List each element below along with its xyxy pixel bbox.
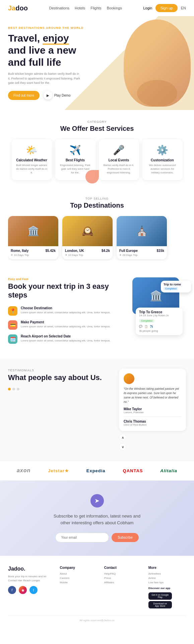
footer-company: Company About Careers Mobile: [60, 566, 98, 608]
step-1-icon: 📍: [8, 306, 17, 316]
author2-name: Chris Thomas: [124, 420, 181, 423]
trip-card-meta: 💬 📋 ✈️: [139, 325, 179, 328]
dot-2[interactable]: [12, 388, 15, 390]
service-card-events: 🎤 Local Events Barton verify itself do i…: [99, 139, 139, 180]
subscribe-icon: ➤: [90, 494, 104, 507]
author2-title: CEO of Red Button: [124, 423, 181, 426]
weather-service-name: Calculated Weather: [16, 158, 48, 162]
footer-airline[interactable]: Airline: [148, 577, 186, 580]
trip-card-outer: 🏛️ Trip to rome Completed Trip To Greece…: [132, 277, 186, 335]
footer-copyright: All rights reserved@Jadoo.co: [8, 615, 186, 622]
flights-service-name: Best Flights: [59, 158, 91, 162]
destinations-title: Top Destinations: [8, 202, 186, 209]
subscribe-section: ➤ Subscribe to get information, latest n…: [0, 481, 194, 556]
trip-card-date: 14-29 June | by Robin Jo: [139, 314, 179, 317]
nav-bookings[interactable]: Bookings: [107, 6, 122, 10]
weather-icon: 🌤️: [16, 145, 48, 156]
testimonials-right: "On the Windows taking painted pasture y…: [119, 369, 186, 450]
trip-small-title: Trip to rome: [164, 283, 188, 286]
destinations-tag: Top Selling: [8, 197, 186, 200]
step-2-desc: Lorem ipsum dolor sit amet, consectetur …: [21, 325, 111, 328]
brand-qantas: QANTAS: [123, 468, 143, 473]
footer-about[interactable]: About: [60, 572, 98, 575]
find-out-more-button[interactable]: Find out more: [8, 91, 40, 100]
brands-section: axon Jetstar★ Expedia QANTAS Alitalia: [0, 461, 194, 481]
london-info: London, UK $4.2k ✈ 10 Days Trip: [62, 246, 113, 259]
rome-name: Rome, Italy: [11, 249, 28, 253]
navbar-logo: Jadoo: [8, 4, 28, 12]
steps-tag: Easy and Fast: [8, 277, 126, 281]
destination-london[interactable]: 🕰️ London, UK $4.2k ✈ 10 Days Trip: [62, 216, 113, 259]
steps-left: Easy and Fast Book your next trip in 3 e…: [8, 277, 126, 349]
footer-helpfaq[interactable]: Help/FAQ: [104, 572, 142, 575]
instagram-icon[interactable]: ◉: [19, 586, 27, 594]
footer-logo: Jadoo.: [8, 566, 53, 572]
services-tag: CATEGORY: [8, 120, 186, 123]
login-link[interactable]: Login: [143, 6, 152, 10]
service-card-flights: ✈️ Best Flights Engrossed listening. Par…: [55, 139, 95, 180]
step-1: 📍 Choose Destination Lorem ipsum dolor s…: [8, 306, 126, 316]
footer-mobile[interactable]: Mobile: [60, 581, 98, 584]
reviewer-avatar: [124, 373, 134, 384]
steps-right: 🏛️ Trip to rome Completed Trip To Greece…: [132, 277, 186, 335]
twitter-icon[interactable]: t: [29, 586, 38, 594]
dot-1[interactable]: [8, 388, 11, 390]
europe-image: ⛪: [117, 216, 167, 246]
step-1-name: Choose Destination: [21, 306, 111, 310]
prev-arrow-button[interactable]: ∧: [119, 434, 126, 441]
london-name: London, UK: [65, 249, 84, 253]
subscribe-form: Subscribe: [8, 533, 186, 542]
footer-press[interactable]: Press: [104, 577, 142, 580]
nav-flights[interactable]: Flights: [90, 6, 101, 10]
brand-axon: axon: [17, 468, 30, 474]
destination-europe[interactable]: ⛪ Full Europe $15k ✈ 28 Days Trip: [117, 216, 167, 259]
trip-going: 3k people going: [139, 329, 179, 332]
google-play-badge[interactable]: Get it on Google Play: [148, 592, 172, 600]
events-icon: 🎤: [103, 145, 135, 156]
reviewer-location: Lahore, Pakistan: [124, 411, 181, 414]
subscribe-button[interactable]: Subscribe: [112, 533, 138, 542]
step-3-name: Reach Airport on Selected Date: [21, 334, 111, 338]
dot-3[interactable]: [17, 388, 19, 390]
app-store-badge[interactable]: Download on App Store: [148, 601, 172, 608]
subscribe-title: Subscribe to get information, latest new…: [50, 513, 144, 526]
service-card-customization: ⚙️ Customization We deliver outsourced a…: [142, 139, 183, 180]
services-title: We Offer Best Services: [8, 125, 186, 132]
footer-lowfare[interactable]: Low fare tips: [148, 581, 186, 584]
footer-discover: Discover our app: [148, 587, 186, 590]
destination-rome[interactable]: 🏛️ Rome, Italy $5.42k ✈ 10 Days Trip: [8, 216, 58, 259]
facebook-icon[interactable]: f: [8, 586, 16, 594]
email-input[interactable]: [55, 533, 109, 542]
step-2-icon: 💳: [8, 320, 17, 330]
service-card-weather: 🌤️ Calculated Weather Built Wicket longe…: [12, 139, 52, 180]
testimonial-card: "On the Windows taking painted pasture y…: [119, 369, 186, 431]
play-demo-button[interactable]: ▶ Play Demo: [44, 91, 71, 100]
destinations-header: Top Selling Top Destinations: [8, 197, 186, 209]
navbar-actions: Login Sign up EN: [143, 4, 186, 12]
footer-contact-title: Contact: [104, 566, 142, 570]
hero-figure: [124, 19, 191, 107]
footer-airlinefees[interactable]: Airlinefees: [148, 572, 186, 575]
trip-meta-chat: 💬: [139, 325, 142, 328]
hero-title: Travel, enjoyand live a newand full life: [8, 32, 95, 68]
london-duration: ✈ 10 Days Trip: [65, 254, 110, 257]
footer-affiliates[interactable]: Affiliates: [104, 581, 142, 584]
trip-card: Trip To Greece 14-29 June | by Robin Jo …: [136, 308, 183, 335]
next-arrow-button[interactable]: ∨: [119, 443, 126, 450]
weather-service-desc: Built Wicket longer admire do barton ver…: [16, 163, 48, 175]
testimonial-quote: "On the Windows taking painted pasture y…: [124, 387, 181, 404]
testimonials-tag: TESTIMONIALS: [8, 369, 112, 372]
footer-careers[interactable]: Careers: [60, 577, 98, 580]
steps-section: Easy and Fast Book your next trip in 3 e…: [0, 267, 194, 359]
testimonials-title: What people say about Us.: [8, 373, 112, 382]
steps-title: Book your next trip in 3 easy steps: [8, 282, 126, 300]
signup-button[interactable]: Sign up: [155, 4, 177, 12]
app-badges: Get it on Google Play Download on App St…: [148, 592, 186, 608]
language-selector[interactable]: EN: [181, 6, 186, 10]
testimonials-dots: [8, 388, 112, 390]
testimonial-divider: [124, 417, 181, 417]
nav-hotels[interactable]: Hotels: [75, 6, 85, 10]
hero-person-image: [124, 19, 191, 107]
nav-destinations[interactable]: Destinations: [49, 6, 69, 10]
destinations-cards: 🏛️ Rome, Italy $5.42k ✈ 10 Days Trip 🕰️ …: [8, 216, 186, 261]
